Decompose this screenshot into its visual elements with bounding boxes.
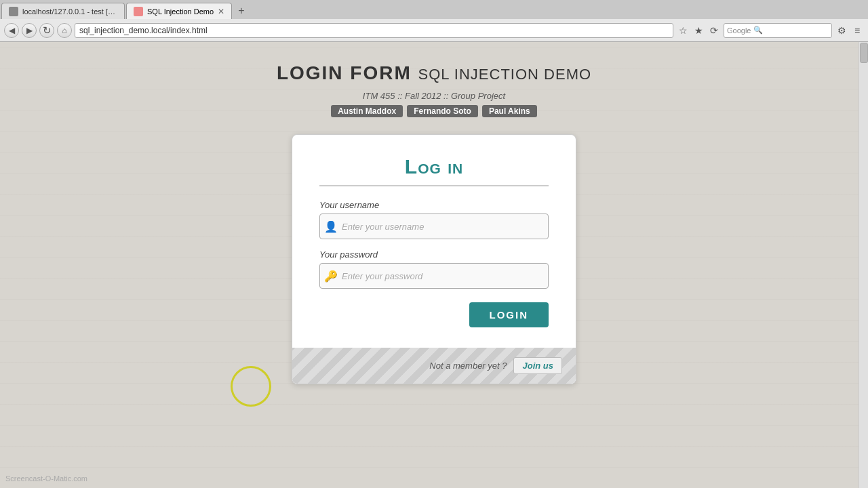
password-input[interactable]: [342, 264, 548, 288]
badge-paul: Paul Akins: [482, 105, 537, 117]
login-button[interactable]: LOGIN: [469, 302, 549, 327]
title-normal: SQL INJECTION DEMO: [418, 66, 592, 83]
title-bold: LOGIN FORM: [277, 62, 412, 83]
login-card-footer: Not a member yet ? Join us: [292, 348, 576, 384]
username-input-wrapper: 👤: [319, 214, 549, 239]
password-input-wrapper: 🔑: [319, 263, 549, 289]
forward-icon: ▶: [26, 26, 33, 35]
tab-icon-sql: [134, 7, 143, 16]
watermark: Screencast-O-Matic.com: [5, 474, 87, 483]
search-icon: 🔍: [753, 26, 763, 35]
tab-icon-phpmyadmin: [9, 7, 18, 16]
new-tab-button[interactable]: +: [233, 3, 250, 19]
author-badges: Austin Maddox Fernando Soto Paul Akins: [331, 105, 537, 117]
settings-icon[interactable]: ⚙: [835, 24, 848, 37]
login-card: Log in Your username 👤 Your password 🔑: [292, 134, 576, 384]
username-input[interactable]: [342, 214, 548, 239]
tab-label-phpmyadmin: localhost/127.0.0.1 - test [phpMyAdmin]: [22, 7, 117, 16]
url-bar[interactable]: sql_injection_demo.local/index.html: [75, 23, 673, 38]
username-group: Your username 👤: [319, 200, 549, 239]
badge-austin: Austin Maddox: [331, 105, 403, 117]
scrollbar-thumb[interactable]: [860, 43, 868, 63]
menu-icon[interactable]: ≡: [850, 24, 864, 37]
password-group: Your password 🔑: [319, 249, 549, 289]
tab-close-icon[interactable]: ✕: [218, 7, 224, 16]
star-icon[interactable]: ★: [692, 24, 705, 37]
cursor-indicator: [231, 366, 271, 407]
tab-phpmyadmin[interactable]: localhost/127.0.0.1 - test [phpMyAdmin]: [1, 3, 125, 19]
page-title: LOGIN FORM SQL INJECTION DEMO: [277, 62, 591, 84]
login-btn-row: LOGIN: [319, 302, 549, 327]
login-heading: Log in: [319, 155, 549, 178]
password-label: Your password: [319, 249, 549, 260]
not-member-text: Not a member yet ?: [429, 361, 507, 371]
tab-label-sql: SQL Injection Demo: [147, 7, 214, 16]
search-box[interactable]: Google 🔍: [724, 23, 832, 38]
browser-chrome: localhost/127.0.0.1 - test [phpMyAdmin] …: [0, 0, 868, 42]
refresh-icon[interactable]: ⟳: [707, 24, 721, 37]
toolbar-icons: ☆ ★ ⟳: [676, 24, 721, 37]
search-label: Google: [727, 26, 751, 35]
url-text: sql_injection_demo.local/index.html: [79, 26, 208, 35]
bookmark-icon[interactable]: ☆: [676, 24, 690, 37]
page-content: LOGIN FORM SQL INJECTION DEMO ITM 455 ::…: [0, 42, 868, 488]
login-divider: [319, 185, 549, 186]
user-icon: 👤: [320, 214, 342, 239]
back-button[interactable]: ◀: [4, 23, 19, 38]
address-bar: ◀ ▶ ↻ ⌂ sql_injection_demo.local/index.h…: [0, 19, 868, 42]
extra-toolbar-icons: ⚙ ≡: [835, 24, 864, 37]
password-icon: 🔑: [320, 264, 342, 288]
join-button[interactable]: Join us: [513, 357, 562, 374]
tab-sql-demo[interactable]: SQL Injection Demo ✕: [126, 3, 232, 19]
tab-bar: localhost/127.0.0.1 - test [phpMyAdmin] …: [0, 0, 868, 19]
scrollbar-track[interactable]: [859, 42, 868, 488]
home-button[interactable]: ⌂: [57, 23, 72, 38]
home-icon: ⌂: [62, 26, 66, 35]
login-card-body: Log in Your username 👤 Your password 🔑: [292, 135, 576, 348]
username-label: Your username: [319, 200, 549, 210]
reload-button[interactable]: ↻: [39, 23, 54, 38]
subtitle: ITM 455 :: Fall 2012 :: Group Project: [363, 91, 505, 101]
reload-icon: ↻: [43, 24, 52, 37]
back-icon: ◀: [9, 26, 15, 35]
badge-fernando: Fernando Soto: [407, 105, 478, 117]
forward-button[interactable]: ▶: [22, 23, 37, 38]
